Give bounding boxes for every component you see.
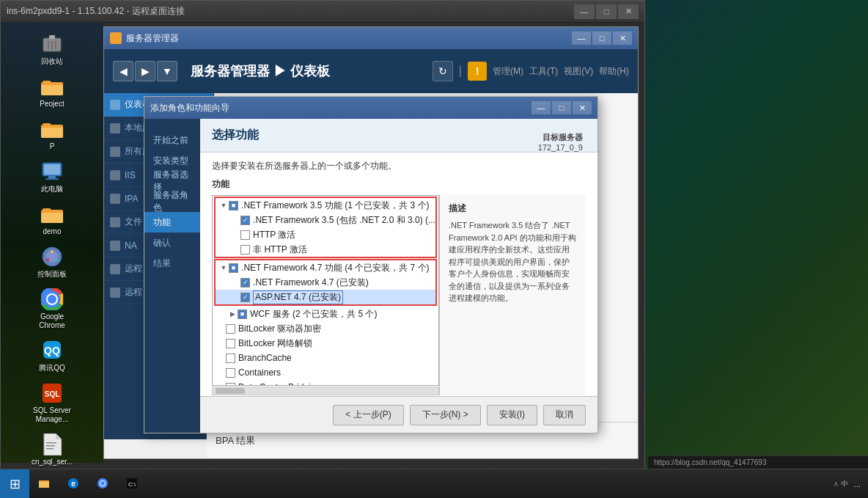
- taskbar-item-edge[interactable]: e: [59, 469, 88, 499]
- taskbar-item-explorer[interactable]: [29, 469, 59, 499]
- checkbox-datacenter[interactable]: [226, 383, 235, 387]
- sm-minimize-btn[interactable]: —: [572, 32, 591, 45]
- checkbox-aspnet47[interactable]: ✓: [240, 293, 250, 302]
- start-button[interactable]: ⊞: [0, 469, 29, 499]
- wizard-nav-confirm[interactable]: 确认: [144, 232, 200, 253]
- sm-manage-menu[interactable]: 管理(M): [493, 65, 523, 78]
- sm-forward-btn[interactable]: ▶: [135, 61, 155, 81]
- wizard-next-btn[interactable]: 下一步(N) >: [410, 405, 481, 425]
- wizard-cancel-btn[interactable]: 取消: [543, 405, 586, 425]
- checkbox-net47[interactable]: ✓: [240, 278, 250, 288]
- taskbar-items: e C:\: [29, 469, 825, 499]
- wizard-nav-features[interactable]: 功能: [144, 212, 200, 232]
- tree-branchcache[interactable]: BranchCache: [213, 351, 438, 365]
- wizard-install-btn[interactable]: 安装(I): [487, 405, 537, 425]
- sm-sidebar-ipa-label: IPA: [125, 194, 138, 204]
- inner-icon-demo[interactable]: demo: [29, 200, 76, 238]
- bitlocker-drive-label: BitLocker 驱动器加密: [238, 323, 321, 335]
- checkbox-branchcache[interactable]: [226, 354, 235, 363]
- wizard-maximize-btn[interactable]: □: [552, 101, 571, 114]
- svg-rect-22: [46, 445, 55, 447]
- checkbox-http[interactable]: [240, 230, 250, 240]
- wizard-nav-results[interactable]: 结果: [144, 253, 200, 274]
- tree-net47-group[interactable]: ▼ ■ .NET Framework 4.7 功能 (4 个已安装，共 7 个): [216, 260, 435, 275]
- inner-icon-control[interactable]: 控制面板: [29, 243, 76, 281]
- wizard-body: 开始之前 安装类型 服务器选择 服务器角色 功能 确认 结果 选择功能 目标服务…: [144, 119, 597, 433]
- recycle-icon: [40, 32, 64, 56]
- inner-icon-recycle[interactable]: 回收站: [29, 30, 76, 68]
- checkbox-bitlocker-net[interactable]: [226, 339, 235, 348]
- expand-wcf[interactable]: ▶: [227, 309, 238, 319]
- wizard-title: 添加角色和功能向导: [150, 102, 527, 114]
- inner-icon-computer[interactable]: 此电脑: [29, 158, 76, 196]
- svg-rect-1: [49, 35, 55, 39]
- inner-icon-p[interactable]: P: [29, 115, 76, 153]
- tray-time: ...: [854, 480, 861, 488]
- taskbar-item-cmd[interactable]: C:\: [117, 469, 147, 499]
- wizard-prev-btn[interactable]: < 上一步(P): [333, 405, 403, 425]
- sm-local-icon: [110, 123, 120, 133]
- sm-remote-access-icon: [110, 264, 120, 274]
- tree-datacenter[interactable]: Data Center Bridging: [213, 380, 438, 386]
- horizontal-scrollbar[interactable]: [212, 387, 439, 395]
- inner-icon-chrome[interactable]: Google Chrome: [29, 285, 76, 332]
- tree-wcf-group[interactable]: ▶ ■ WCF 服务 (2 个已安装，共 5 个): [213, 307, 438, 321]
- inner-icon-qq[interactable]: QQ 腾讯QQ: [29, 337, 76, 375]
- sm-help-menu[interactable]: 帮助(H): [599, 65, 629, 78]
- sm-separator: |: [459, 65, 462, 78]
- net47-group-label: .NET Framework 4.7 功能 (4 个已安装，共 7 个): [241, 262, 429, 274]
- wizard-nav-server-select[interactable]: 服务器选择: [144, 171, 200, 191]
- checkbox-non-http[interactable]: [240, 245, 250, 255]
- sql-server-icon: SQL: [40, 381, 64, 405]
- checkbox-bitlocker-drive[interactable]: [226, 324, 235, 334]
- rdp-titlebar: ins-6m2pxdd9-1 - 1.15.100.42 - 远程桌面连接 — …: [1, 1, 644, 23]
- wizard-section-title: 功能: [212, 178, 586, 191]
- tree-non-http-activation[interactable]: 非 HTTP 激活: [216, 242, 435, 257]
- sm-back-btn[interactable]: ◀: [113, 61, 133, 81]
- checkbox-net47-group[interactable]: ■: [229, 263, 238, 273]
- checkbox-containers[interactable]: [226, 368, 235, 378]
- tree-containers[interactable]: Containers: [213, 365, 438, 380]
- wizard-nav-install-type[interactable]: 安装类型: [144, 150, 200, 171]
- sm-titlebar: 服务器管理器 — □ ✕: [104, 27, 638, 49]
- tree-net35-item[interactable]: ✓ .NET Framework 3.5 (包括 .NET 2.0 和 3.0)…: [216, 213, 435, 227]
- sm-breadcrumb: 服务器管理器 ▶ 仪表板: [191, 62, 427, 80]
- desc-text: .NET Framework 3.5 结合了 .NET Framework 2.…: [449, 219, 577, 304]
- taskbar-item-chrome[interactable]: [88, 469, 117, 499]
- inner-icon-sql[interactable]: SQL SQL Server Manage...: [29, 379, 76, 426]
- svg-text:SQL: SQL: [45, 390, 60, 398]
- wizard-nav-before-start[interactable]: 开始之前: [144, 130, 200, 150]
- wizard-nav-server-roles[interactable]: 服务器角色: [144, 191, 200, 212]
- sm-dropdown-btn[interactable]: ▼: [157, 61, 177, 81]
- checkbox-net35[interactable]: ✓: [240, 216, 250, 225]
- inner-icon-sqlfile[interactable]: cn_sql_ser...: [29, 431, 76, 469]
- sm-toolbar-right: ↻ | ! 管理(M) 工具(T) 视图(V) 帮助(H): [433, 61, 629, 81]
- tree-bitlocker-drive[interactable]: BitLocker 驱动器加密: [213, 321, 438, 336]
- datacenter-label: Data Center Bridging: [238, 382, 320, 386]
- expand-net35[interactable]: ▼: [218, 200, 229, 210]
- tree-net35-group[interactable]: ▼ ■ .NET Framework 3.5 功能 (1 个已安装，共 3 个): [216, 198, 435, 213]
- inner-icon-chrome-label: Google Chrome: [31, 312, 74, 330]
- tree-bitlocker-net[interactable]: BitLocker 网络解锁: [213, 336, 438, 351]
- feature-tree[interactable]: ▼ ■ .NET Framework 3.5 功能 (1 个已安装，共 3 个)…: [212, 195, 439, 386]
- sm-maximize-btn[interactable]: □: [592, 32, 611, 45]
- sm-view-menu[interactable]: 视图(V): [564, 65, 593, 78]
- wizard-minimize-btn[interactable]: —: [532, 101, 551, 114]
- sm-refresh-btn[interactable]: ↻: [433, 61, 453, 81]
- inner-icon-project[interactable]: Peoject: [29, 73, 76, 111]
- expand-net47[interactable]: ▼: [218, 263, 229, 273]
- rdp-close-btn[interactable]: ✕: [618, 4, 639, 19]
- sm-close-btn[interactable]: ✕: [613, 32, 632, 45]
- tree-net47-item[interactable]: ✓ .NET Framework 4.7 (已安装): [216, 275, 435, 290]
- checkbox-net35-group[interactable]: ■: [229, 201, 238, 210]
- tree-http-activation[interactable]: HTTP 激活: [216, 227, 435, 242]
- tree-aspnet47[interactable]: ✓ ASP.NET 4.7 (已安装): [216, 290, 435, 304]
- rdp-maximize-btn[interactable]: □: [596, 4, 617, 19]
- wizard-close-btn[interactable]: ✕: [573, 101, 592, 114]
- sm-window-controls: — □ ✕: [572, 32, 632, 45]
- svg-text:e: e: [71, 480, 76, 488]
- checkbox-wcf[interactable]: ■: [238, 310, 247, 319]
- svg-text:C:\: C:\: [128, 481, 136, 488]
- rdp-minimize-btn[interactable]: —: [574, 4, 595, 19]
- sm-tools-menu[interactable]: 工具(T): [529, 65, 558, 78]
